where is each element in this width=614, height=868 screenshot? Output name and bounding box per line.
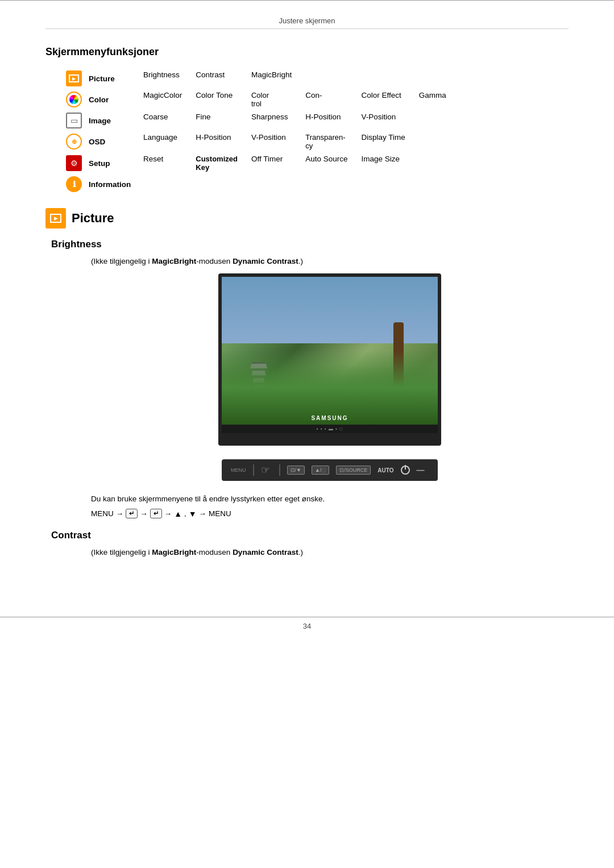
picture-label: Picture xyxy=(85,68,136,89)
brightness-body-text: Du kan bruke skjermmenyene til å endre l… xyxy=(91,495,569,503)
color-label: Color xyxy=(85,89,136,110)
menu-row-information: ℹ Information xyxy=(63,174,453,194)
picture-big-icon: ▶ xyxy=(45,208,66,229)
key-enter-1: ↵ xyxy=(126,509,138,518)
monitor-bottom-bar: ▪ ▪ ▪ ▬ ▪ □ xyxy=(222,425,438,433)
menu-button[interactable]: MENU xyxy=(231,467,246,473)
menu-row-setup: ⚙ Setup Reset CustomizedKey Off Timer Au… xyxy=(63,152,453,174)
brightness-note: (Ikke tilgjengelig i MagicBright-modusen… xyxy=(91,257,569,265)
setup-item-5: Image Size xyxy=(355,152,412,174)
color-item-2: Color Tone xyxy=(189,89,244,110)
garden-foliage xyxy=(222,351,438,425)
image-item-2: Fine xyxy=(189,110,244,131)
setup-item-1: Reset xyxy=(136,152,189,174)
picture-item-2: Contrast xyxy=(189,68,244,89)
color-icon xyxy=(66,92,82,107)
osd-item-4: Transparen-cy xyxy=(298,131,354,152)
color-item-3: Colortrol xyxy=(244,89,298,110)
osd-item-5: Display Time xyxy=(355,131,412,152)
btn1[interactable]: ⊡/▼ xyxy=(287,466,305,475)
picture-section-header: ▶ Picture xyxy=(45,208,569,229)
separator-comma: , xyxy=(184,509,186,518)
page-footer: 34 xyxy=(0,617,614,630)
key-enter-2: ↵ xyxy=(150,509,162,518)
osd-item-2: H-Position xyxy=(189,131,244,152)
image-item-4: H-Position xyxy=(298,110,354,131)
menu-table: Picture Brightness Contrast MagicBright … xyxy=(63,68,453,194)
menu-row-picture: Picture Brightness Contrast MagicBright xyxy=(63,68,453,89)
btn3[interactable]: ⊡/SOURCE xyxy=(336,466,371,475)
setup-item-4: Auto Source xyxy=(298,152,354,174)
color-item-4: Con- xyxy=(298,89,354,110)
key-down-arrow: ▼ xyxy=(189,509,197,518)
information-icon: ℹ xyxy=(66,176,82,192)
osd-item-1: Language xyxy=(136,131,189,152)
control-panel-wrapper: MENU ☞ ⊡/▼ ▲/◌ ⊡/SOURCE AUTO — xyxy=(91,459,569,481)
key-up-arrow: ▲ xyxy=(174,509,182,518)
contrast-magic-bright: MagicBright xyxy=(152,548,196,556)
picture-icon xyxy=(66,70,82,86)
picture-item-1: Brightness xyxy=(136,68,189,89)
osd-label: OSD xyxy=(85,131,136,152)
menu-row-color: Color MagicColor Color Tone Colortrol Co… xyxy=(63,89,453,110)
picture-header-label: Picture xyxy=(72,211,114,226)
hand-cursor: ☞ xyxy=(261,464,270,476)
monitor-screen: SAMSUNG xyxy=(222,277,438,425)
btn2[interactable]: ▲/◌ xyxy=(312,466,329,475)
image-item-3: Sharpness xyxy=(244,110,298,131)
color-item-5: Color Effect xyxy=(355,89,412,110)
picture-item-3: MagicBright xyxy=(244,68,298,89)
auto-button[interactable]: AUTO xyxy=(377,467,393,474)
monitor-image-wrapper: SAMSUNG ▪ ▪ ▪ ▬ ▪ □ xyxy=(91,273,569,446)
contrast-dynamic-contrast: Dynamic Contrast xyxy=(233,548,298,556)
contrast-note: (Ikke tilgjengelig i MagicBright-modusen… xyxy=(91,548,569,556)
minus-button[interactable]: — xyxy=(417,466,425,475)
brightness-magic-bright: MagicBright xyxy=(152,257,196,265)
power-button[interactable] xyxy=(401,466,410,475)
control-panel: MENU ☞ ⊡/▼ ▲/◌ ⊡/SOURCE AUTO — xyxy=(222,459,438,481)
information-label: Information xyxy=(85,174,136,194)
monitor-outer: SAMSUNG ▪ ▪ ▪ ▬ ▪ □ xyxy=(218,273,441,446)
monitor-brand-label: SAMSUNG xyxy=(311,415,348,421)
image-item-1: Coarse xyxy=(136,110,189,131)
page-header: Justere skjermen xyxy=(45,16,569,29)
image-item-5: V-Position xyxy=(355,110,412,131)
menu-row-osd: ⊕ OSD Language H-Position V-Position Tra… xyxy=(63,131,453,152)
menu-path: MENU → ↵ → ↵ → ▲ , ▼ → MENU xyxy=(91,509,569,518)
setup-label: Setup xyxy=(85,152,136,174)
osd-icon: ⊕ xyxy=(66,134,82,149)
setup-icon: ⚙ xyxy=(66,155,82,171)
brightness-dynamic-contrast: Dynamic Contrast xyxy=(233,257,298,265)
contrast-title: Contrast xyxy=(51,530,569,541)
image-label: Image xyxy=(85,110,136,131)
main-section-title: Skjermmenyfunksjoner xyxy=(45,46,569,58)
color-item-1: MagicColor xyxy=(136,89,189,110)
menu-row-image: ▭ Image Coarse Fine Sharpness H-Position… xyxy=(63,110,453,131)
image-icon: ▭ xyxy=(66,113,82,128)
osd-item-3: V-Position xyxy=(244,131,298,152)
setup-item-2: CustomizedKey xyxy=(189,152,244,174)
color-item-6: Gamma xyxy=(412,89,453,110)
setup-item-3: Off Timer xyxy=(244,152,298,174)
brightness-title: Brightness xyxy=(51,239,569,250)
